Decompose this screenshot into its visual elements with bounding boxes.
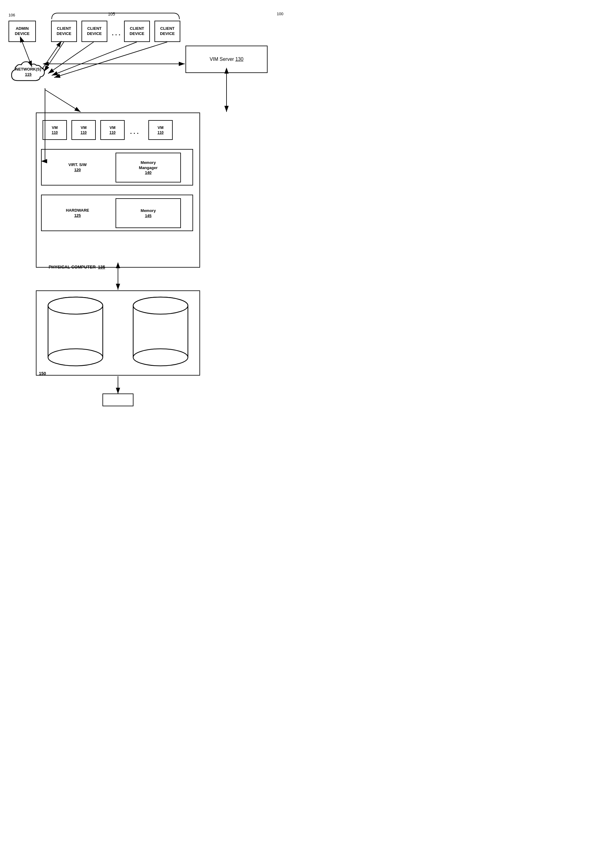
- brace-num: 105: [108, 11, 115, 16]
- vm-2: VM 110: [71, 120, 96, 140]
- svg-rect-26: [103, 394, 133, 406]
- vm-3: VM 110: [100, 120, 125, 140]
- brace-svg: [52, 11, 179, 21]
- memory-manager-box: MemoryMangager 140: [116, 153, 181, 182]
- physical-computer-label: PHYSICAL COMPUTER 135: [49, 265, 105, 270]
- dots-label: . . .: [112, 30, 121, 37]
- vm-4: VM 110: [148, 120, 173, 140]
- admin-device-label: ADMINDEVICE: [15, 26, 30, 36]
- vim-server-label: VIM Server 130: [210, 56, 243, 63]
- hardware-label-area: HARDWARE 125: [47, 201, 108, 225]
- client-device-4: CLIENTDEVICE: [154, 21, 180, 42]
- virt-sw-label-area: VIRT. S/W 120: [47, 155, 108, 179]
- svg-line-18: [48, 42, 94, 74]
- svg-line-23: [45, 90, 81, 112]
- diagram: 100 106 105 ADMINDEVICE CLIENTDEVICE CLI…: [0, 0, 292, 411]
- ref-106: 106: [8, 13, 15, 17]
- cd1-label: CLIENTDEVICE: [56, 26, 71, 36]
- vim-server-box: VIM Server 130: [185, 46, 268, 73]
- cd4-label: CLIENTDEVICE: [160, 26, 174, 36]
- storage-outer-box: [36, 290, 200, 375]
- vm-1: VM 110: [42, 120, 67, 140]
- vm-dots: . . .: [130, 128, 139, 135]
- ref-100: 100: [277, 11, 284, 16]
- cd3-label: CLIENTDEVICE: [130, 26, 144, 36]
- memory-box: Memory 145: [116, 198, 181, 228]
- client-device-2: CLIENTDEVICE: [82, 21, 107, 42]
- client-device-1: CLIENTDEVICE: [51, 21, 77, 42]
- svg-line-20: [54, 42, 167, 78]
- svg-line-19: [52, 42, 137, 75]
- client-device-3: CLIENTDEVICE: [124, 21, 150, 42]
- cd2-label: CLIENTDEVICE: [87, 26, 102, 36]
- admin-device-box: ADMINDEVICE: [8, 21, 36, 42]
- network-cloud: NETWORK(S) 115: [8, 56, 48, 91]
- vim-server-num: 130: [235, 56, 243, 62]
- storage-num: 150: [39, 371, 46, 376]
- network-label: NETWORK(S) 115: [8, 67, 48, 77]
